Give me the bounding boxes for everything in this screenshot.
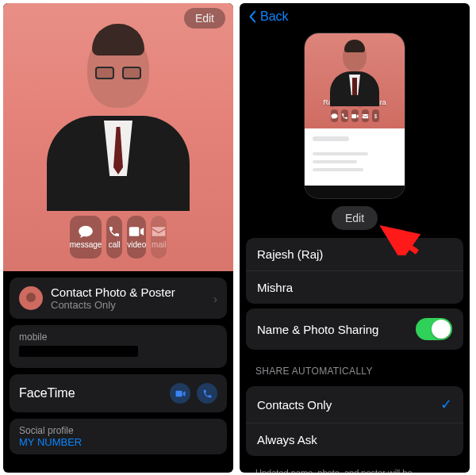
- mail-icon: [151, 225, 167, 238]
- right-screen: Back Rajesh (Raj) Mishra $: [240, 3, 470, 473]
- facetime-label: FaceTime: [19, 386, 75, 400]
- mail-button: mail: [151, 216, 167, 259]
- avatar-thumbnail: [19, 286, 43, 310]
- poster-preview[interactable]: Rajesh (Raj) Mishra $: [305, 33, 405, 198]
- name-photo-sharing-cell[interactable]: Name & Photo Sharing: [246, 308, 463, 350]
- back-button[interactable]: Back: [240, 3, 470, 30]
- name-group: Rajesh (Raj) Mishra: [246, 238, 463, 304]
- mini-message-icon: [331, 109, 338, 122]
- back-label: Back: [260, 10, 289, 24]
- contact-portrait: [39, 17, 198, 216]
- always-ask-option[interactable]: Always Ask: [246, 423, 463, 456]
- facetime-audio-button[interactable]: [197, 383, 217, 404]
- facetime-video-button[interactable]: [170, 383, 190, 404]
- chevron-left-icon: [248, 10, 257, 23]
- cpp-subtitle: Contacts Only: [51, 299, 175, 311]
- first-name-field[interactable]: Rajesh (Raj): [246, 238, 463, 271]
- share-auto-group: Contacts Only ✓ Always Ask: [246, 386, 463, 456]
- checkmark-icon: ✓: [440, 396, 452, 413]
- contact-photo-poster-cell[interactable]: Contact Photo & Poster Contacts Only ›: [10, 278, 227, 319]
- action-label: video: [127, 240, 146, 249]
- mini-money-icon: $: [372, 109, 379, 122]
- cpp-title: Contact Photo & Poster: [51, 285, 175, 299]
- left-screen: Edit Raj message: [3, 3, 233, 473]
- contacts-only-option[interactable]: Contacts Only ✓: [246, 386, 463, 423]
- mini-phone-icon: [341, 109, 348, 122]
- action-label: call: [109, 240, 121, 249]
- action-label: message: [70, 240, 102, 249]
- contact-poster: Edit Raj message: [3, 3, 233, 271]
- last-name-field[interactable]: Mishra: [246, 271, 463, 304]
- sharing-toggle[interactable]: [416, 318, 452, 340]
- sharing-group: Name & Photo Sharing: [246, 308, 463, 350]
- social-label: Social profile: [19, 425, 217, 436]
- footer-text: Updated name, photo, and poster will be …: [240, 461, 470, 473]
- my-number-link[interactable]: MY NUMBER: [19, 436, 217, 448]
- mini-mail-icon: [362, 109, 369, 122]
- edit-poster-button[interactable]: Edit: [332, 206, 378, 230]
- section-header: Share Automatically: [240, 354, 470, 381]
- chevron-right-icon: ›: [213, 292, 217, 305]
- social-profile-cell[interactable]: Social profile MY NUMBER: [10, 419, 227, 454]
- phone-icon: [202, 389, 213, 399]
- facetime-cell[interactable]: FaceTime: [10, 374, 227, 412]
- mobile-cell[interactable]: mobile: [10, 325, 227, 368]
- video-icon: [175, 389, 186, 399]
- phone-icon: [106, 225, 122, 238]
- video-icon: [129, 225, 144, 238]
- redacted-number: [19, 346, 138, 357]
- svg-text:$: $: [374, 113, 377, 118]
- mobile-label: mobile: [19, 331, 217, 343]
- mini-video-icon: [351, 109, 359, 122]
- action-label: mail: [152, 240, 166, 249]
- message-icon: [78, 225, 94, 238]
- sharing-label: Name & Photo Sharing: [257, 323, 378, 336]
